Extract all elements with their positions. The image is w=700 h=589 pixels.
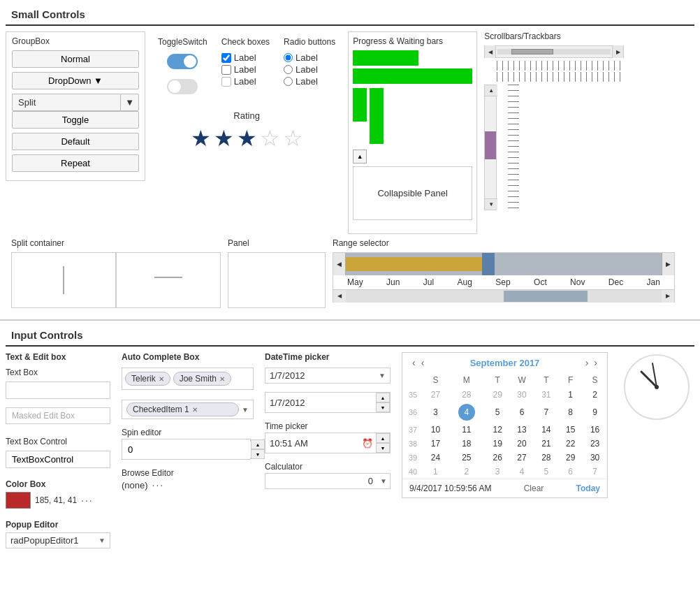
cal-day-oct5[interactable]: 5: [534, 465, 558, 479]
vscrollbar[interactable]: ▲ ▼: [484, 85, 497, 210]
cal-prev-year-button[interactable]: ‹: [409, 357, 418, 368]
cal-day-sep23[interactable]: 23: [583, 437, 607, 451]
text-box-input[interactable]: [6, 381, 110, 399]
cal-day-sep14[interactable]: 14: [534, 423, 558, 437]
browse-dots-menu[interactable]: ···: [152, 479, 165, 490]
cal-day-sep28[interactable]: 28: [534, 451, 558, 465]
color-swatch[interactable]: [6, 492, 31, 509]
split-arrow-icon[interactable]: ▼: [120, 94, 139, 111]
radio-1[interactable]: Label: [284, 52, 335, 63]
cal-day-sep26[interactable]: 26: [486, 451, 510, 465]
cal-day-sep6[interactable]: 6: [510, 402, 534, 423]
hscroll-right-arrow[interactable]: ▶: [612, 45, 623, 58]
cal-day-aug28[interactable]: 28: [448, 388, 486, 402]
cal-day-sep13[interactable]: 13: [510, 423, 534, 437]
color-dots-menu[interactable]: ···: [81, 495, 94, 506]
time-down-button[interactable]: ▼: [376, 443, 390, 453]
cal-next-year-button[interactable]: ›: [591, 357, 600, 368]
cal-day-sep24[interactable]: 24: [423, 451, 448, 465]
cal-day-sep15[interactable]: 15: [558, 423, 583, 437]
checkbox-2[interactable]: Label: [221, 64, 270, 75]
popup-editor-control[interactable]: radPopupEditor1 ▼: [6, 532, 110, 548]
datetime-down-button[interactable]: ▼: [376, 402, 390, 412]
range-scroll-left[interactable]: ◀: [333, 290, 346, 303]
split-main[interactable]: Split: [12, 94, 120, 111]
calc-arrow[interactable]: ▼: [377, 477, 390, 485]
cal-next-month-button[interactable]: ›: [583, 357, 592, 368]
calendar-today-button[interactable]: Today: [576, 483, 600, 493]
checkbox-input-1[interactable]: [221, 53, 231, 63]
trackbar-vertical[interactable]: [508, 85, 519, 210]
cal-day-aug31[interactable]: 31: [534, 388, 558, 402]
default-button[interactable]: Default: [12, 133, 139, 150]
cal-day-sep21[interactable]: 21: [534, 437, 558, 451]
cal-day-oct7[interactable]: 7: [583, 465, 607, 479]
cal-day-sep10[interactable]: 10: [423, 423, 448, 437]
cal-day-oct3[interactable]: 3: [486, 465, 510, 479]
radio-3[interactable]: Label: [284, 76, 335, 87]
toggle-button[interactable]: Toggle: [12, 111, 139, 129]
cal-day-oct4[interactable]: 4: [510, 465, 534, 479]
toggle-switch-off[interactable]: [167, 79, 198, 94]
checkbox-1[interactable]: Label: [221, 52, 270, 63]
calendar-month-year[interactable]: September 2017: [427, 358, 582, 368]
cal-day-sep29[interactable]: 29: [558, 451, 583, 465]
checked-item-close[interactable]: ✕: [192, 406, 198, 414]
checkbox-3[interactable]: Label: [221, 76, 270, 87]
cal-day-sep20[interactable]: 20: [510, 437, 534, 451]
split-button[interactable]: Split ▼: [12, 94, 139, 111]
radio-input-2[interactable]: [284, 65, 293, 74]
cal-day-sep3[interactable]: 3: [423, 402, 448, 423]
radio-input-3[interactable]: [284, 77, 293, 86]
range-right-arrow[interactable]: ▶: [662, 253, 674, 275]
cal-day-sep19[interactable]: 19: [486, 437, 510, 451]
cal-day-sep2[interactable]: 2: [583, 388, 607, 402]
range-scroll-right[interactable]: ▶: [662, 290, 674, 303]
spin-input[interactable]: [122, 442, 251, 458]
cal-day-sep7[interactable]: 7: [534, 402, 558, 423]
cal-day-sep1[interactable]: 1: [558, 388, 583, 402]
range-left-arrow[interactable]: ◀: [333, 253, 346, 275]
cal-prev-month-button[interactable]: ‹: [418, 357, 428, 368]
normal-button[interactable]: Normal: [12, 50, 139, 68]
cal-day-sep18[interactable]: 18: [448, 437, 486, 451]
datetime-picker-2[interactable]: 1/7/2012 ▲ ▼: [265, 392, 391, 413]
cal-day-aug27[interactable]: 27: [423, 388, 448, 402]
spin-up-button[interactable]: ▲: [251, 439, 265, 449]
hscrollbar[interactable]: ◀ ▶: [484, 45, 624, 58]
checked-dropdown-arrow[interactable]: ▼: [242, 406, 249, 414]
tag-joe-smith-close[interactable]: ✕: [219, 375, 225, 383]
vscroll-thumb[interactable]: [485, 131, 496, 159]
cal-day-oct2[interactable]: 2: [448, 465, 486, 479]
textbox-control-input[interactable]: [6, 451, 110, 468]
star-5[interactable]: ☆: [283, 125, 303, 152]
auto-complete-box[interactable]: Telerik ✕ Joe Smith ✕: [122, 368, 254, 390]
rating-stars[interactable]: ★ ★ ★ ☆ ☆: [191, 125, 303, 152]
star-1[interactable]: ★: [191, 125, 211, 152]
cal-day-aug30[interactable]: 30: [510, 388, 534, 402]
datetime-picker-1[interactable]: 1/7/2012 ▼: [265, 368, 391, 384]
hscroll-left-arrow[interactable]: ◀: [485, 45, 496, 58]
cal-day-oct6[interactable]: 6: [558, 465, 583, 479]
cal-day-sep30[interactable]: 30: [583, 451, 607, 465]
vscroll-down-arrow[interactable]: ▼: [485, 198, 497, 210]
datetime-up-button[interactable]: ▲: [376, 393, 390, 402]
cal-day-sep17[interactable]: 17: [423, 437, 448, 451]
cal-day-sep9[interactable]: 9: [583, 402, 607, 423]
cal-day-sep8[interactable]: 8: [558, 402, 583, 423]
range-handle[interactable]: [482, 253, 495, 275]
vscroll-up-arrow[interactable]: ▲: [485, 85, 497, 96]
radio-input-1[interactable]: [284, 53, 293, 62]
star-4[interactable]: ☆: [260, 125, 280, 152]
cal-day-sep5[interactable]: 5: [486, 402, 510, 423]
cal-day-aug29[interactable]: 29: [486, 388, 510, 402]
dropdown-button[interactable]: DropDown ▼: [12, 72, 139, 89]
cal-day-sep16[interactable]: 16: [583, 423, 607, 437]
range-track[interactable]: [346, 253, 662, 275]
cal-day-sep22[interactable]: 22: [558, 437, 583, 451]
time-up-button[interactable]: ▲: [376, 433, 390, 443]
star-3[interactable]: ★: [237, 125, 257, 152]
checkbox-input-2[interactable]: [221, 65, 231, 75]
range-scrollbar[interactable]: [346, 290, 662, 303]
spin-down-button[interactable]: ▼: [251, 449, 265, 459]
